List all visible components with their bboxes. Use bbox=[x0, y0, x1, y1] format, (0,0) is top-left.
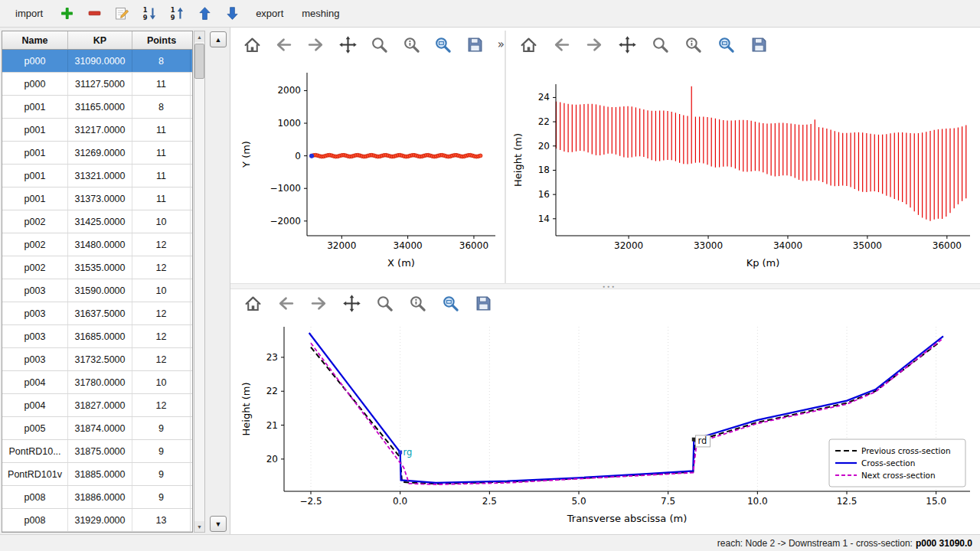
table-row[interactable]: p00431827.000012 bbox=[2, 394, 192, 417]
home-button[interactable] bbox=[240, 292, 266, 315]
table-row[interactable]: p00831929.000013 bbox=[2, 509, 192, 532]
table-row[interactable]: p00031090.00008 bbox=[2, 50, 192, 73]
add-button[interactable] bbox=[57, 4, 77, 24]
points-cell: 11 bbox=[132, 142, 191, 164]
panel-scroll-down-button[interactable]: ▼ bbox=[210, 516, 227, 532]
back-button[interactable] bbox=[548, 33, 574, 56]
home-button[interactable] bbox=[240, 33, 265, 56]
scrollbar-down-button[interactable]: ▼ bbox=[194, 521, 204, 532]
forward-icon bbox=[306, 35, 325, 54]
svg-text:35000: 35000 bbox=[853, 240, 882, 251]
name-cell: p001 bbox=[2, 165, 68, 187]
kp-cell: 31685.0000 bbox=[68, 325, 132, 347]
table-scrollbar[interactable]: ▲ ▼ bbox=[194, 31, 205, 533]
scrollbar-up-button[interactable]: ▲ bbox=[194, 31, 204, 42]
table-row[interactable]: p00431780.000010 bbox=[2, 371, 192, 394]
save-icon bbox=[466, 35, 485, 54]
table-row[interactable]: p00131165.00008 bbox=[2, 96, 192, 119]
zoom-rect-button[interactable] bbox=[713, 33, 739, 56]
save-button[interactable] bbox=[470, 292, 496, 315]
column-header-kp[interactable]: KP bbox=[68, 31, 132, 49]
points-cell: 12 bbox=[132, 233, 191, 256]
table-row[interactable]: p00831886.00009 bbox=[2, 486, 192, 509]
cross-section-plot-canvas[interactable]: rgrd−2.50.02.55.07.510.012.515.020212223… bbox=[230, 317, 980, 534]
pan-button[interactable] bbox=[335, 33, 361, 56]
zoom-button[interactable] bbox=[647, 33, 673, 56]
plan-plot-panel: » 320003400036000200010000−1000−2000X (m… bbox=[230, 28, 505, 283]
table-row[interactable]: p00331637.500012 bbox=[2, 302, 192, 325]
scrollbar-track[interactable] bbox=[194, 42, 204, 521]
table-row[interactable]: PontRD101v31885.00009 bbox=[2, 463, 192, 486]
zoom-rect-button[interactable] bbox=[431, 33, 456, 56]
zoom-rect-button[interactable] bbox=[437, 292, 463, 315]
svg-text:1: 1 bbox=[170, 6, 175, 14]
pan-button[interactable] bbox=[338, 292, 364, 315]
kp-cell: 31321.0000 bbox=[68, 165, 132, 187]
panel-scroll-up-button[interactable]: ▲ bbox=[210, 31, 227, 47]
zoom-info-button[interactable] bbox=[680, 33, 706, 56]
name-cell: p004 bbox=[2, 394, 68, 416]
table-row[interactable]: p00131373.000011 bbox=[2, 187, 192, 210]
kp-cell: 31827.0000 bbox=[68, 394, 132, 416]
home-button[interactable] bbox=[515, 33, 541, 56]
svg-text:20: 20 bbox=[266, 454, 278, 465]
sort-descending-button[interactable]: 19 bbox=[139, 4, 159, 24]
save-button[interactable] bbox=[746, 33, 772, 56]
table-row[interactable]: PontRD10...31875.00009 bbox=[2, 440, 192, 463]
zoom-info-icon bbox=[684, 35, 703, 54]
splitter-grip[interactable] bbox=[603, 283, 616, 289]
export-button[interactable]: export bbox=[251, 5, 288, 22]
name-cell: p002 bbox=[2, 256, 68, 279]
back-button[interactable] bbox=[273, 292, 299, 315]
table-row[interactable]: p00231535.000012 bbox=[2, 256, 192, 279]
column-header-name[interactable]: Name bbox=[2, 31, 68, 49]
save-button[interactable] bbox=[462, 33, 488, 56]
remove-button[interactable] bbox=[84, 4, 104, 24]
edit-button[interactable] bbox=[112, 4, 132, 24]
table-row[interactable]: p00331590.000010 bbox=[2, 279, 192, 302]
plan-plot-canvas[interactable]: 320003400036000200010000−1000−2000X (m)Y… bbox=[230, 61, 505, 283]
svg-text:Cross-section: Cross-section bbox=[861, 458, 915, 468]
pan-button[interactable] bbox=[614, 33, 640, 56]
forward-button[interactable] bbox=[305, 292, 332, 315]
table-row[interactable]: p00331732.500012 bbox=[2, 348, 192, 371]
profile-plot-canvas[interactable]: 3200033000340003500036000141618202224Kp … bbox=[506, 61, 980, 283]
status-text: reach: Node 2 -> Downstream 1 - cross-se… bbox=[717, 538, 913, 549]
name-cell: p003 bbox=[2, 279, 68, 302]
kp-cell: 31780.0000 bbox=[68, 371, 132, 393]
table-row[interactable]: p00131217.000011 bbox=[2, 119, 192, 142]
horizontal-splitter[interactable] bbox=[230, 283, 980, 289]
svg-text:34000: 34000 bbox=[773, 240, 802, 251]
scrollbar-thumb[interactable] bbox=[194, 44, 204, 79]
zoom-button[interactable] bbox=[371, 292, 397, 315]
forward-button[interactable] bbox=[581, 33, 607, 56]
kp-cell: 31269.0000 bbox=[68, 142, 132, 164]
table-row[interactable]: p00131321.000011 bbox=[2, 165, 192, 187]
kp-cell: 31886.0000 bbox=[68, 486, 132, 508]
import-button[interactable]: import bbox=[11, 5, 47, 22]
back-button[interactable] bbox=[272, 33, 297, 56]
meshing-button[interactable]: meshing bbox=[297, 5, 344, 22]
zoom-button[interactable] bbox=[367, 33, 392, 56]
toolbar-overflow-chevron[interactable]: » bbox=[498, 37, 505, 51]
kp-cell: 31929.0000 bbox=[68, 509, 132, 531]
sort-ascending-button[interactable]: 19 bbox=[167, 4, 187, 24]
back-icon bbox=[276, 294, 296, 313]
zoom-info-button[interactable] bbox=[399, 33, 424, 56]
table-row[interactable]: p00531874.00009 bbox=[2, 417, 192, 440]
points-cell: 12 bbox=[132, 348, 191, 370]
column-header-points[interactable]: Points bbox=[132, 31, 191, 49]
save-icon bbox=[474, 294, 493, 313]
table-row[interactable]: p00131269.000011 bbox=[2, 142, 192, 165]
move-down-button[interactable] bbox=[222, 4, 242, 24]
zoom-info-button[interactable] bbox=[404, 292, 430, 315]
move-up-button[interactable] bbox=[194, 4, 214, 24]
pan-icon bbox=[338, 35, 358, 54]
table-row[interactable]: p00231425.000010 bbox=[2, 210, 192, 233]
table-row[interactable]: p00331685.000012 bbox=[2, 325, 192, 348]
points-cell: 12 bbox=[132, 394, 191, 416]
kp-cell: 31217.0000 bbox=[68, 119, 132, 141]
table-row[interactable]: p00031127.500011 bbox=[2, 73, 192, 96]
forward-button[interactable] bbox=[303, 33, 328, 56]
table-row[interactable]: p00231480.000012 bbox=[2, 233, 192, 256]
